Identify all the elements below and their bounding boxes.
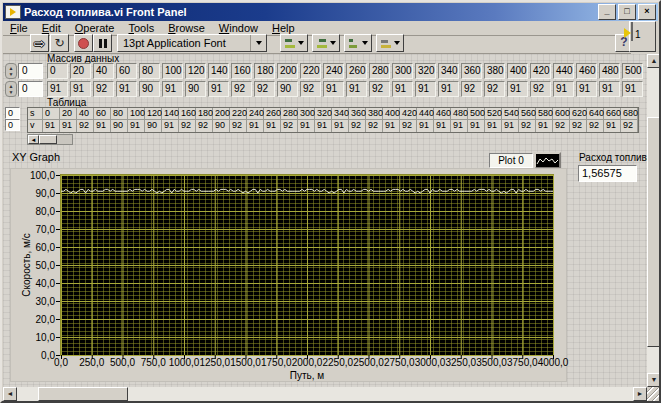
table-cell-s[interactable]: 80 xyxy=(111,108,128,120)
table-cell-v[interactable]: 91 xyxy=(43,120,60,132)
array-element-path[interactable]: 100 xyxy=(162,63,183,79)
array-element-speed[interactable]: 92 xyxy=(231,81,252,97)
array-element-speed[interactable]: 92 xyxy=(530,81,551,97)
reorder-objects-dropdown[interactable] xyxy=(376,34,404,52)
table-row-index[interactable]: 0 xyxy=(5,107,20,119)
table-cell-s[interactable]: 440 xyxy=(417,108,434,120)
table-cell-s[interactable]: 0 xyxy=(43,108,60,120)
array-element-speed[interactable]: 90 xyxy=(277,81,298,97)
legend-plot-label[interactable]: Plot 0 xyxy=(489,153,533,168)
table-cell-s[interactable]: 420 xyxy=(400,108,417,120)
table-cell-v[interactable]: 91 xyxy=(536,120,553,132)
minimize-button[interactable]: _ xyxy=(598,4,616,20)
array-element-speed[interactable]: 91 xyxy=(438,81,459,97)
table-cell-s[interactable]: 660 xyxy=(604,108,621,120)
table-cell-s[interactable]: 100 xyxy=(128,108,145,120)
table-cell-v[interactable]: 92 xyxy=(519,120,536,132)
run-button[interactable]: ⇨ xyxy=(30,34,49,52)
scroll-down-icon[interactable]: ▼ xyxy=(647,373,661,387)
array-element-speed[interactable]: 91 xyxy=(576,81,597,97)
table-cell-v[interactable]: 90 xyxy=(213,120,230,132)
table-cell-s[interactable]: 340 xyxy=(332,108,349,120)
array-element-speed[interactable]: 92 xyxy=(484,81,505,97)
table-cell-v[interactable]: 92 xyxy=(366,120,383,132)
array-element-path[interactable]: 500 xyxy=(622,63,643,79)
table-cell-s[interactable]: 180 xyxy=(196,108,213,120)
array-element-speed[interactable]: 92 xyxy=(254,81,275,97)
array-element-path[interactable]: 260 xyxy=(346,63,367,79)
pause-button[interactable] xyxy=(93,34,112,52)
array-element-path[interactable]: 320 xyxy=(415,63,436,79)
vertical-scrollbar[interactable]: ▲ ▼ xyxy=(647,54,661,387)
menu-item-browse[interactable]: Browse xyxy=(161,22,212,34)
table-cell-v[interactable]: 92 xyxy=(400,120,417,132)
array-element-speed[interactable]: 91 xyxy=(415,81,436,97)
vertical-scroll-thumb[interactable] xyxy=(647,117,661,347)
table-cell-v[interactable]: 92 xyxy=(230,120,247,132)
array-element-speed[interactable]: 91 xyxy=(599,81,620,97)
table-cell-s[interactable]: 40 xyxy=(77,108,94,120)
table-cell-s[interactable]: 380 xyxy=(366,108,383,120)
menu-item-help[interactable]: Help xyxy=(265,22,302,34)
table-cell-s[interactable]: 520 xyxy=(485,108,502,120)
menu-item-file[interactable]: File xyxy=(3,22,35,34)
array-element-path[interactable]: 440 xyxy=(553,63,574,79)
array-element-speed[interactable]: 92 xyxy=(300,81,321,97)
array-element-path[interactable]: 140 xyxy=(208,63,229,79)
table-cell-v[interactable]: 90 xyxy=(145,120,162,132)
array-element-speed[interactable]: 92 xyxy=(461,81,482,97)
array-element-speed[interactable]: 91 xyxy=(116,81,137,97)
table-cell-v[interactable]: 91 xyxy=(264,120,281,132)
table-cell-v[interactable]: 91 xyxy=(315,120,332,132)
table-cell-s[interactable]: 360 xyxy=(349,108,366,120)
table-cell-s[interactable]: 300 xyxy=(298,108,315,120)
array-element-path[interactable]: 340 xyxy=(438,63,459,79)
table-cell-s[interactable]: 400 xyxy=(383,108,400,120)
title-bar[interactable]: Расход топлива.vi Front Panel _ □ × xyxy=(3,3,658,21)
array-element-speed[interactable]: 91 xyxy=(47,81,68,97)
table-cell-v[interactable]: 91 xyxy=(604,120,621,132)
array-element-speed[interactable]: 91 xyxy=(392,81,413,97)
array-index-speed[interactable]: 0 xyxy=(18,81,43,97)
table-cell-s[interactable]: 120 xyxy=(145,108,162,120)
array-index-spinner-path[interactable]: ▲ ▼ xyxy=(5,63,17,79)
table-cell-v[interactable]: 92 xyxy=(570,120,587,132)
array-element-speed[interactable]: 92 xyxy=(369,81,390,97)
table-cell-s[interactable]: 540 xyxy=(502,108,519,120)
table-cell-v[interactable]: 92 xyxy=(621,120,638,132)
table-cell-v[interactable]: 92 xyxy=(587,120,604,132)
table-cell-v[interactable]: 92 xyxy=(179,120,196,132)
table-cell-v[interactable]: 91 xyxy=(298,120,315,132)
table-cell-v[interactable]: 91 xyxy=(417,120,434,132)
table-row-header-v[interactable]: v xyxy=(28,120,43,132)
array-element-speed[interactable]: 91 xyxy=(553,81,574,97)
table-cell-v[interactable]: 91 xyxy=(247,120,264,132)
run-continuous-button[interactable]: ↻ xyxy=(50,34,69,52)
table-cell-s[interactable]: 280 xyxy=(281,108,298,120)
horizontal-scrollbar[interactable]: ◄ ► xyxy=(3,387,647,401)
table-cell-v[interactable]: 91 xyxy=(60,120,77,132)
table-cell-s[interactable]: 620 xyxy=(570,108,587,120)
table-cell-v[interactable]: 91 xyxy=(94,120,111,132)
maximize-button[interactable]: □ xyxy=(618,4,636,20)
table-cell-s[interactable]: 640 xyxy=(587,108,604,120)
menu-item-operate[interactable]: Operate xyxy=(68,22,122,34)
table-cell-v[interactable]: 92 xyxy=(349,120,366,132)
array-element-path[interactable]: 80 xyxy=(139,63,160,79)
table-cell-s[interactable]: 260 xyxy=(264,108,281,120)
table-cell-s[interactable]: 140 xyxy=(162,108,179,120)
table-cell-v[interactable]: 91 xyxy=(162,120,179,132)
array-element-path[interactable]: 200 xyxy=(277,63,298,79)
table-cell-v[interactable]: 91 xyxy=(383,120,400,132)
array-element-path[interactable]: 360 xyxy=(461,63,482,79)
table-h-scrollbar[interactable]: ◄ xyxy=(27,134,73,145)
resize-objects-dropdown[interactable] xyxy=(344,34,372,52)
horizontal-scroll-thumb[interactable] xyxy=(38,387,128,401)
array-element-path[interactable]: 300 xyxy=(392,63,413,79)
array-element-speed[interactable]: 91 xyxy=(507,81,528,97)
menu-item-window[interactable]: Window xyxy=(212,22,265,34)
scroll-right-icon[interactable]: ► xyxy=(633,387,647,401)
table-cell-s[interactable]: 220 xyxy=(230,108,247,120)
table-cell-v[interactable]: 91 xyxy=(468,120,485,132)
table-row-header-s[interactable]: s xyxy=(28,108,43,120)
